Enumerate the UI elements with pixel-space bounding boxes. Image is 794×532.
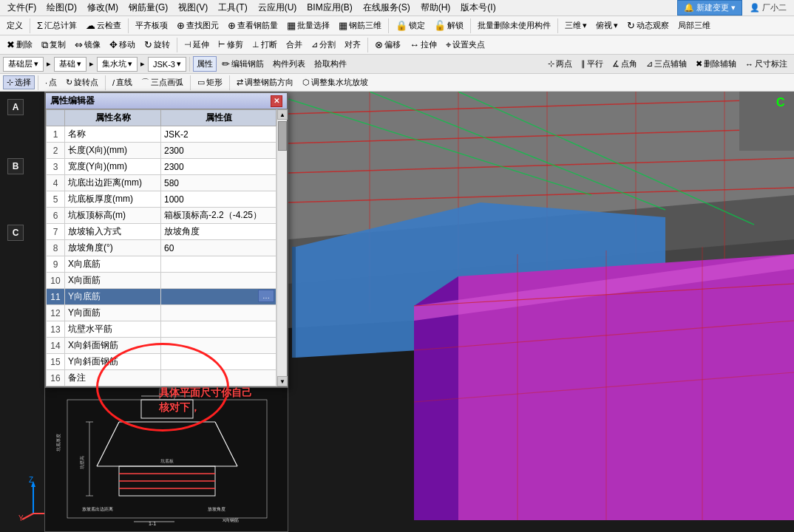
split-btn[interactable]: ⊿分割 xyxy=(308,37,339,52)
menu-cloud[interactable]: 云应用(U) xyxy=(254,0,302,16)
table-row[interactable]: 13坑壁水平筋 xyxy=(47,321,276,338)
row-value[interactable]: 放坡角度 xyxy=(161,224,276,240)
menu-version[interactable]: 版本号(I) xyxy=(456,0,500,16)
stretch-btn[interactable]: ↔拉伸 xyxy=(406,37,441,52)
orbit-btn[interactable]: ↻动态观察 xyxy=(623,18,673,33)
menu-rebar[interactable]: 钢筋量(G) xyxy=(124,0,172,16)
row-value[interactable]: 580 xyxy=(161,175,276,191)
row-value[interactable]: 2300 xyxy=(161,143,276,159)
menu-draw[interactable]: 绘图(D) xyxy=(42,0,81,16)
rect-tool[interactable]: ▭ 矩形 xyxy=(194,75,226,89)
row-value[interactable] xyxy=(161,305,276,321)
set-grip-btn[interactable]: ⌖设置夹点 xyxy=(442,37,489,53)
batch-delete-btn[interactable]: 批量删除未使用构件 xyxy=(474,18,554,33)
menu-online[interactable]: 在线服务(S) xyxy=(359,0,415,16)
menu-tools[interactable]: 工具(T) xyxy=(214,0,251,16)
table-row[interactable]: 15Y向斜面钢筋 xyxy=(47,354,276,370)
table-row[interactable]: 16备注 xyxy=(47,370,276,386)
dimension-btn[interactable]: ↔尺寸标注 xyxy=(742,56,791,72)
extend-btn[interactable]: ⊣延伸 xyxy=(180,37,213,52)
table-row[interactable]: 5坑底板厚度(mm)1000 xyxy=(47,191,276,208)
table-row[interactable]: 11Y向底筋… xyxy=(47,289,276,305)
row-value[interactable]: JSK-2 xyxy=(161,126,276,143)
row-value[interactable]: 60 xyxy=(161,240,276,256)
rotate-btn[interactable]: ↻旋转 xyxy=(140,37,174,52)
offset-btn[interactable]: ⊗偏移 xyxy=(371,37,404,52)
menu-help[interactable]: 帮助(H) xyxy=(416,0,455,16)
row-value[interactable] xyxy=(161,273,276,289)
find-element-btn[interactable]: ⊕查找图元 xyxy=(173,18,223,33)
row-value[interactable] xyxy=(161,370,276,386)
table-row[interactable]: 10X向面筋 xyxy=(47,273,276,289)
row-value[interactable]: … xyxy=(161,289,276,305)
menu-bim[interactable]: BIM应用(B) xyxy=(302,0,356,16)
three-point-axis-btn[interactable]: ⊿三点辅轴 xyxy=(642,56,690,72)
adjust-pit-slope-tool[interactable]: ⬡ 调整集水坑放坡 xyxy=(299,75,372,89)
mirror-btn[interactable]: ⇔镜像 xyxy=(71,37,104,52)
tab-edit-rebar[interactable]: ✏编辑钢筋 xyxy=(218,56,268,72)
scroll-up-arrow[interactable]: ▲ xyxy=(277,109,288,120)
sublayer-dropdown[interactable]: 基础 ▾ xyxy=(54,57,86,72)
rotate-point-tool[interactable]: ↻ 旋转点 xyxy=(62,75,102,89)
point-angle-btn[interactable]: ∡点角 xyxy=(608,56,641,72)
tab-component-list[interactable]: 构件列表 xyxy=(269,56,309,72)
row-value[interactable] xyxy=(161,338,276,354)
align-slab-btn[interactable]: 平齐板项 xyxy=(132,18,172,33)
dialog-close-button[interactable]: ✕ xyxy=(271,95,282,107)
top-view-btn[interactable]: 俯视▾ xyxy=(592,18,622,33)
batch-select-btn[interactable]: ▦批量选择 xyxy=(283,18,333,33)
define-btn[interactable]: 定义 xyxy=(3,18,27,33)
break-btn[interactable]: ⊥打断 xyxy=(248,37,281,52)
local-3d-btn[interactable]: 局部三维 xyxy=(674,18,714,33)
point-tool[interactable]: · 点 xyxy=(41,75,61,89)
tab-pick-component[interactable]: 拾取构件 xyxy=(311,56,350,72)
scroll-down-arrow[interactable]: ▼ xyxy=(277,376,288,386)
row-value[interactable] xyxy=(161,256,276,273)
view-rebar-btn[interactable]: ⊕查看钢筋量 xyxy=(224,18,282,33)
line-tool[interactable]: / 直线 xyxy=(109,75,136,89)
table-row[interactable]: 8放坡角度(°)60 xyxy=(47,240,276,256)
row-value[interactable]: 箱板顶标高-2.2（-4.25） xyxy=(161,208,276,224)
layer-dropdown[interactable]: 基础层 ▾ xyxy=(3,57,44,72)
3d-btn[interactable]: 三维▾ xyxy=(561,18,591,33)
table-row[interactable]: 2长度(X向)(mm)2300 xyxy=(47,143,276,159)
dialog-scrollbar[interactable]: ▲ ▼ xyxy=(276,109,287,386)
table-row[interactable]: 14X向斜面钢筋 xyxy=(47,338,276,354)
table-row[interactable]: 3宽度(Y向)(mm)2300 xyxy=(47,159,276,175)
more-button[interactable]: … xyxy=(258,290,274,302)
tab-property[interactable]: 属性 xyxy=(193,56,217,72)
merge-btn[interactable]: 合并 xyxy=(282,37,306,52)
rebar-3d-btn[interactable]: ▦钢筋三维 xyxy=(335,18,385,33)
scroll-thumb[interactable] xyxy=(278,121,287,151)
row-value[interactable]: 1000 xyxy=(161,191,276,208)
row-value[interactable]: 2300 xyxy=(161,159,276,175)
select-tool[interactable]: ⊹ 选择 xyxy=(3,75,35,89)
arc-tool[interactable]: ⌒ 三点画弧 xyxy=(138,75,187,89)
new-change-button[interactable]: 🔔 新建变更 ▾ xyxy=(677,0,742,16)
id-dropdown[interactable]: JSK-3 ▾ xyxy=(148,57,186,72)
delete-axis-btn[interactable]: ✖删除辅轴 xyxy=(692,56,740,72)
summary-btn[interactable]: Σ汇总计算 xyxy=(33,18,81,33)
cloud-check-btn[interactable]: ☁云检查 xyxy=(82,18,125,33)
table-row[interactable]: 6坑板顶标高(m)箱板顶标高-2.2（-4.25） xyxy=(47,208,276,224)
menu-modify[interactable]: 修改(M) xyxy=(83,0,123,16)
adjust-rebar-dir-tool[interactable]: ⇄ 调整钢筋方向 xyxy=(233,75,297,89)
row-value[interactable] xyxy=(161,354,276,370)
copy-btn[interactable]: ⧉复制 xyxy=(38,37,69,53)
unlock-btn[interactable]: 🔓解锁 xyxy=(430,18,467,33)
table-row[interactable]: 9X向底筋 xyxy=(47,256,276,273)
table-row[interactable]: 7放坡输入方式放坡角度 xyxy=(47,224,276,240)
lock-btn[interactable]: 🔒锁定 xyxy=(392,18,429,33)
menu-file[interactable]: 文件(F) xyxy=(3,0,41,16)
trim-btn[interactable]: ⊢修剪 xyxy=(214,37,247,52)
table-row[interactable]: 12Y向面筋 xyxy=(47,305,276,321)
type-dropdown[interactable]: 集水坑 ▾ xyxy=(97,57,138,72)
parallel-btn[interactable]: ∥平行 xyxy=(577,56,607,72)
table-row[interactable]: 4坑底出边距离(mm)580 xyxy=(47,175,276,191)
two-point-btn[interactable]: ⊹两点 xyxy=(544,56,576,72)
move-btn[interactable]: ✥移动 xyxy=(106,37,139,52)
menu-view[interactable]: 视图(V) xyxy=(174,0,212,16)
row-value[interactable] xyxy=(161,321,276,338)
align-btn[interactable]: 对齐 xyxy=(341,37,364,52)
delete-btn[interactable]: ✖删除 xyxy=(3,37,36,52)
